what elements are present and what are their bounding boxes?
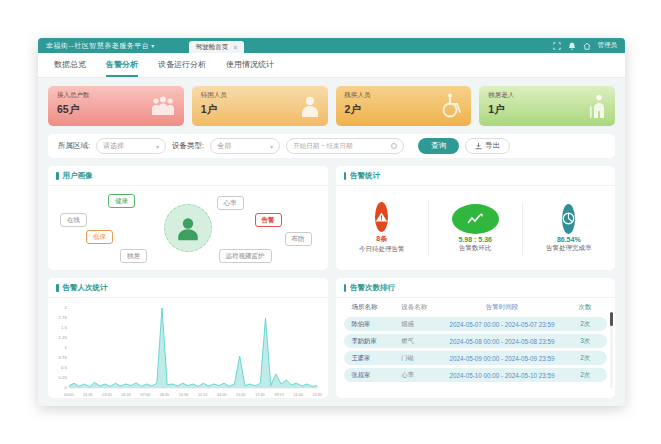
alarm-trend-chart[interactable]: 21.751.51.2510.750.50.25000:0001:4503:30… — [48, 298, 328, 398]
table-header-cell: 次数 — [567, 303, 603, 312]
home-icon[interactable] — [583, 42, 591, 50]
date-range-input[interactable]: 开始日期 ~ 结束日期 — [286, 138, 404, 154]
tag-dibao[interactable]: 低保 — [86, 230, 113, 244]
area-chart: 21.751.51.2510.750.50.25000:0001:4503:30… — [52, 300, 322, 398]
export-icon — [475, 143, 482, 150]
stat-alarm-ratio[interactable]: 5.98 : 5.36 告警数环比 — [429, 202, 523, 255]
device-select-value: 全部 — [217, 141, 231, 151]
elderly-icon — [587, 94, 607, 118]
title-accent-bar — [56, 172, 59, 180]
stat-handle-rate[interactable]: 86.54% 告警处理完成率 — [523, 202, 616, 255]
stat-card-tekun[interactable]: 特困人员 1户 — [192, 86, 328, 126]
table-cell: 心率 — [401, 371, 437, 380]
svg-text:22:45: 22:45 — [313, 393, 322, 397]
stat-label: 告警处理完成率 — [523, 244, 616, 253]
tab-usage-analysis[interactable]: 使用情况统计 — [226, 53, 274, 77]
export-button-label: 导出 — [485, 141, 500, 151]
bottom-panels: 告警人次统计 21.751.51.2510.750.50.25000:0001:… — [48, 278, 615, 398]
table-cell: 陈伯家 — [348, 320, 402, 329]
tag-alarm[interactable]: 告警 — [255, 213, 282, 227]
svg-text:15:45: 15:45 — [236, 393, 245, 397]
fullscreen-icon[interactable] — [553, 42, 561, 50]
chevron-down-icon: ▾ — [270, 143, 273, 150]
tab-overview[interactable]: 数据总览 — [54, 53, 86, 77]
region-select[interactable]: 请选择 ▾ — [96, 138, 166, 154]
title-accent-bar — [56, 284, 59, 292]
table-cell: 2024-05-10 00:00 - 2024-05-10 23:59 — [437, 372, 567, 379]
tag-heart-rate[interactable]: 心率 — [217, 196, 244, 210]
date-range-placeholder: 开始日期 ~ 结束日期 — [293, 142, 352, 151]
warning-icon — [375, 202, 388, 232]
tag-defense[interactable]: 布防 — [285, 232, 312, 246]
title-accent-bar — [344, 172, 347, 180]
table-row[interactable]: 陈伯家烟感2024-05-07 00:00 - 2024-05-07 23:59… — [344, 317, 608, 331]
window-tab-home[interactable]: 驾驶舱首页 × — [189, 41, 245, 53]
tag-video-monitor[interactable]: 远程视频监护 — [219, 249, 272, 263]
svg-text:1.25: 1.25 — [59, 336, 68, 341]
group-icon — [150, 95, 176, 117]
table-cell: 李奶奶家 — [348, 337, 402, 346]
table-row[interactable]: 李奶奶家燃气2024-05-08 00:00 - 2024-05-08 23:5… — [344, 334, 608, 348]
nav-tabs: 数据总览 告警分析 设备运行分析 使用情况统计 — [38, 53, 625, 78]
user-profile-panel: 用户画像 在线 健康 低保 独居 心率 告警 布防 远程视频监护 — [48, 166, 328, 270]
tag-alone[interactable]: 独居 — [120, 249, 147, 263]
query-button[interactable]: 查询 — [418, 138, 459, 154]
table-cell: 3次 — [567, 337, 603, 346]
alarm-table-body: 陈伯家烟感2024-05-07 00:00 - 2024-05-07 23:59… — [344, 317, 608, 382]
tag-health[interactable]: 健康 — [108, 194, 135, 208]
panel-title: 告警统计 — [350, 171, 380, 181]
app-title: 幸福街--社区智慧养老服务平台▾ — [46, 41, 155, 51]
svg-text:1: 1 — [64, 346, 67, 351]
table-cell: 2次 — [567, 320, 603, 329]
table-cell: 王婆家 — [348, 354, 402, 363]
table-header-cell: 设备名称 — [401, 303, 437, 312]
svg-text:1.75: 1.75 — [59, 316, 68, 321]
svg-text:0.5: 0.5 — [61, 366, 68, 371]
stat-label: 今日待处理告警 — [336, 245, 429, 254]
table-cell: 2次 — [567, 371, 603, 380]
alarm-table: 场所名称设备名称告警时间段次数 陈伯家烟感2024-05-07 00:00 - … — [336, 298, 616, 388]
clock-icon — [391, 143, 397, 149]
scrollbar-thumb[interactable] — [610, 312, 613, 326]
region-filter-label: 所属区域: — [58, 141, 90, 151]
stat-card-disabled[interactable]: 残疾人员 2户 — [336, 86, 472, 126]
trend-icon — [452, 204, 499, 234]
person-icon — [300, 95, 320, 117]
panel-title: 告警次数排行 — [350, 283, 395, 293]
tab-alarm-analysis[interactable]: 告警分析 — [106, 53, 138, 77]
stat-card-alone[interactable]: 独居老人 1户 — [479, 86, 615, 126]
tag-online[interactable]: 在线 — [60, 213, 87, 227]
table-header-cell: 场所名称 — [348, 303, 402, 312]
export-button[interactable]: 导出 — [465, 138, 510, 154]
stat-value: 8条 — [336, 234, 429, 244]
svg-text:0.25: 0.25 — [59, 376, 68, 381]
table-row[interactable]: 王婆家门磁2024-05-09 00:00 - 2024-05-09 23:59… — [344, 351, 608, 365]
svg-text:0: 0 — [64, 386, 67, 391]
svg-text:00:00: 00:00 — [64, 393, 73, 397]
svg-text:08:45: 08:45 — [160, 393, 169, 397]
table-row[interactable]: 张叔家心率2024-05-10 00:00 - 2024-05-10 23:59… — [344, 368, 608, 382]
stat-value: 5.98 : 5.36 — [429, 236, 522, 243]
svg-text:05:15: 05:15 — [121, 393, 130, 397]
tab-device-analysis[interactable]: 设备运行分析 — [158, 53, 206, 77]
svg-text:17:30: 17:30 — [255, 393, 264, 397]
table-cell: 2次 — [567, 354, 603, 363]
current-user[interactable]: 管理员 — [598, 41, 618, 50]
svg-text:2: 2 — [64, 306, 67, 311]
chevron-down-icon: ▾ — [151, 43, 155, 49]
title-bar: 幸福街--社区智慧养老服务平台▾ 驾驶舱首页 × 管理员 — [38, 38, 625, 53]
avatar[interactable] — [164, 204, 212, 252]
svg-text:07:00: 07:00 — [141, 393, 150, 397]
table-cell: 张叔家 — [348, 371, 402, 380]
svg-text:1.5: 1.5 — [61, 326, 68, 331]
table-cell: 2024-05-09 00:00 - 2024-05-09 23:59 — [437, 355, 567, 362]
table-scrollbar[interactable] — [610, 312, 613, 388]
bell-icon[interactable] — [568, 42, 576, 50]
stat-pending-alarms[interactable]: 8条 今日待处理告警 — [336, 200, 430, 256]
device-type-select[interactable]: 全部 ▾ — [210, 138, 280, 154]
table-cell: 燃气 — [401, 337, 437, 346]
stat-card-total[interactable]: 接入总户数 65户 — [48, 86, 184, 126]
close-icon[interactable]: × — [233, 44, 237, 51]
title-accent-bar — [344, 284, 347, 292]
svg-text:0.75: 0.75 — [59, 356, 68, 361]
